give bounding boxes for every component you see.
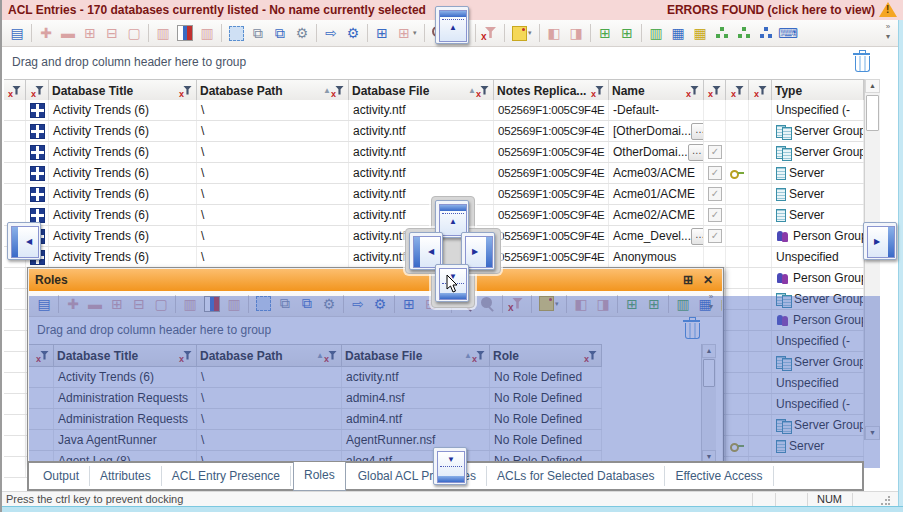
dropdown-caret-icon[interactable]: ▾ [528,29,536,37]
select-grid-icon[interactable]: ▢ [124,23,144,43]
filter-icon[interactable] [181,85,193,97]
main-header-notes-replica-[interactable]: Notes Replica... [494,80,609,101]
database-title-cell: Activity Trends (6) [49,163,197,183]
filter-icon[interactable] [33,85,45,97]
assign-left-icon[interactable]: ⊞ [80,23,100,43]
main-grid-header: Database TitleDatabase Path▲Database Fil… [4,79,864,102]
notes-replica-cell: 052569F1:005C9F4E [494,226,609,246]
select-area-icon[interactable] [226,23,246,43]
table-row[interactable]: Activity Trends (6)\activity.ntf052569F1… [4,121,864,142]
dock-right-icon[interactable]: ▶ [863,222,897,260]
toolbar-separator [539,24,540,42]
tab-acl-entry-presence[interactable]: ACL Entry Presence [162,466,291,486]
dropdown-caret-icon[interactable]: ▾ [413,29,421,37]
name-text: -Default- [613,103,659,117]
choose-columns-icon[interactable] [175,23,195,43]
maximize-icon[interactable]: ⊞ [680,273,696,287]
main-header-col0[interactable] [4,80,26,101]
run-gears-icon[interactable]: ⚙ [343,23,363,43]
delete-group-icon[interactable] [855,56,870,72]
dock-bottom-icon[interactable]: ▼ [433,447,467,485]
resize-grip[interactable] [881,496,890,505]
sort-asc-icon[interactable]: ▲ [323,86,331,95]
media-prev-icon[interactable]: ◧ [544,23,564,43]
dock-top-icon[interactable]: ▲ [435,6,469,44]
main-header-type[interactable]: Type [772,80,864,101]
columns-green-icon[interactable]: ▥ [646,23,666,43]
database-title-cell: Activity Trends (6) [49,247,197,267]
export-icon[interactable]: ⇨ [321,23,341,43]
freeze-left-column-icon[interactable]: ▥ [153,23,173,43]
org-chart-icon[interactable] [712,23,732,43]
table-row[interactable]: Activity Trends (6)\activity.ntf052569F1… [4,163,864,184]
refresh-grid-icon[interactable]: ⊞ [372,23,392,43]
keyboard-icon[interactable]: ⌨ [778,23,798,43]
checkbox-checked-icon[interactable]: ✓ [708,187,722,201]
grid-edit-icon[interactable]: ▦ [668,23,688,43]
import-table-icon[interactable]: ⊞ [595,23,615,43]
checkbox-checked-icon[interactable]: ✓ [708,145,722,159]
filter-icon[interactable] [688,85,700,97]
tab-acls-for-selected-databases[interactable]: ACLs for Selected Databases [487,466,665,486]
main-header-name[interactable]: Name [609,80,704,101]
assign-down-icon[interactable]: ⊟ [102,23,122,43]
freeze-right-column-icon[interactable]: ▥ [197,23,217,43]
main-header-col8[interactable] [726,80,749,101]
grid-options-icon[interactable]: ⊞ [394,23,414,43]
scroll-up-icon[interactable]: ▲ [865,79,880,93]
main-header-col7[interactable] [704,80,726,101]
filter-icon[interactable] [733,85,745,97]
toolbar-overflow-icon[interactable]: »▾ [882,22,894,44]
filter-icon[interactable] [710,85,722,97]
ellipsis-button[interactable]: … [688,144,704,161]
main-header-database-file[interactable]: Database File▲ [349,80,494,101]
ellipsis-button[interactable]: … [691,228,704,245]
warning-triangle-icon[interactable] [879,2,897,18]
main-header-database-path[interactable]: Database Path▲ [197,80,349,101]
table-row[interactable]: Activity Trends (6)\activity.ntf052569F1… [4,142,864,163]
page-settings-icon[interactable]: ⚙ [292,23,312,43]
checkbox-checked-icon[interactable]: ✓ [708,208,722,222]
toolbar-separator [424,24,425,42]
database-file-cell: activity.ntf [349,121,494,141]
flow-chart-icon[interactable] [756,23,776,43]
org-chart2-icon[interactable] [734,23,754,43]
tab-attributes[interactable]: Attributes [90,466,162,486]
export-table-icon[interactable]: ⊞ [617,23,637,43]
grid-note-icon[interactable]: ▦ [690,23,710,43]
checkbox-cell [704,100,726,120]
copy-table-icon[interactable]: ⧉ [270,23,290,43]
ellipsis-button[interactable]: … [691,123,704,140]
filter-icon[interactable] [478,85,490,97]
application-window: ACL Entries - 170 databases currently li… [0,0,903,512]
clear-filter-icon[interactable] [480,23,500,43]
checkbox-checked-icon[interactable]: ✓ [708,229,722,243]
filter-icon[interactable] [593,85,605,97]
tab-effective-access[interactable]: Effective Access [665,466,773,486]
dock-left-icon[interactable]: ◀ [7,222,41,260]
checkbox-checked-icon[interactable]: ✓ [708,166,722,180]
main-header-label: Name [612,84,688,98]
type-text: Server Group [794,145,864,159]
filter-icon[interactable] [10,85,22,97]
sort-asc-icon[interactable]: ▲ [468,86,476,95]
close-icon[interactable]: ✕ [700,273,716,287]
filter-icon[interactable] [756,85,768,97]
add-icon[interactable]: ✚ [36,23,56,43]
media-next-icon[interactable]: ◨ [566,23,586,43]
copy-icon[interactable]: ⧉ [248,23,268,43]
errors-banner[interactable]: ERRORS FOUND (click here to view) [667,3,875,17]
type-text: Server [789,208,824,222]
filter-icon[interactable] [333,85,345,97]
main-header-col9[interactable] [749,80,772,101]
main-header-database-title[interactable]: Database Title [49,80,197,101]
tab-roles[interactable]: Roles [293,462,346,491]
notes-icon[interactable] [509,23,529,43]
main-header-col1[interactable] [26,80,49,101]
table-row[interactable]: Activity Trends (6)\activity.ntf052569F1… [4,100,864,121]
tab-output[interactable]: Output [33,466,90,486]
view-settings-icon[interactable]: ▤ [7,23,27,43]
roles-titlebar[interactable]: Roles ⊞ ✕ [29,269,722,291]
scrollbar-thumb[interactable] [866,95,879,131]
remove-icon[interactable]: ▬ [58,23,78,43]
